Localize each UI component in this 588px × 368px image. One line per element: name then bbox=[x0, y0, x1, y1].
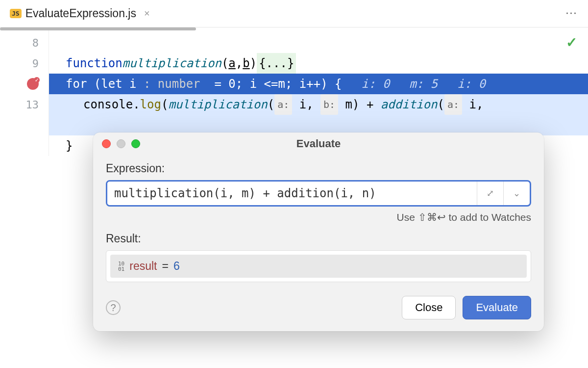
result-value: 6 bbox=[173, 260, 180, 273]
expand-icon[interactable]: ⤢ bbox=[477, 182, 503, 205]
param-hint: a: bbox=[444, 94, 462, 115]
execution-line[interactable]: for (let i : number = 0; i <=m; i++) {i:… bbox=[49, 74, 588, 94]
inline-debug-value: m: 5 bbox=[409, 74, 438, 94]
result-row[interactable]: 10 01 result = 6 bbox=[110, 255, 527, 278]
code-line[interactable]: function multiplication(a,b) {...} bbox=[49, 53, 588, 74]
code-line[interactable] bbox=[49, 32, 588, 53]
file-tab[interactable]: JS EvaluateExpression.js × bbox=[6, 0, 154, 27]
window-controls bbox=[93, 139, 140, 148]
tab-bar: JS EvaluateExpression.js × ⋮ bbox=[0, 0, 588, 27]
gutter-line[interactable]: ❯ 9 bbox=[0, 53, 39, 74]
param-hint: a: bbox=[274, 94, 292, 115]
expression-input-row: ⤢ ⌄ bbox=[106, 180, 531, 207]
dialog-titlebar[interactable]: Evaluate bbox=[93, 132, 544, 155]
evaluate-dialog: Evaluate Expression: ⤢ ⌄ Use ⇧⌘↩ to add … bbox=[93, 132, 544, 331]
close-tab-icon[interactable]: × bbox=[144, 8, 150, 19]
window-minimize-icon[interactable] bbox=[117, 139, 125, 148]
result-box: 10 01 result = 6 bbox=[106, 250, 531, 282]
result-label: Result: bbox=[106, 232, 531, 245]
param-hint: b: bbox=[320, 94, 338, 115]
breakpoint-marker[interactable] bbox=[0, 74, 39, 94]
close-button[interactable]: Close bbox=[402, 296, 456, 319]
inline-debug-value: i: 0 bbox=[457, 74, 486, 94]
expression-input[interactable] bbox=[107, 182, 477, 205]
code-line[interactable]: console.log(multiplication( a: i, b: m) … bbox=[49, 94, 588, 115]
params: (a,b) bbox=[221, 53, 257, 74]
breakpoint-icon[interactable] bbox=[27, 78, 39, 90]
folded-region[interactable]: {...} bbox=[257, 53, 296, 74]
expression-label: Expression: bbox=[106, 162, 531, 175]
result-name: result bbox=[129, 260, 157, 273]
inline-debug-value: i: 0 bbox=[362, 74, 390, 94]
gutter: 8 ❯ 9 13 bbox=[0, 27, 49, 156]
more-menu-icon[interactable]: ⋮ bbox=[564, 7, 578, 20]
evaluate-button[interactable]: Evaluate bbox=[463, 296, 531, 319]
dialog-title: Evaluate bbox=[93, 137, 544, 150]
js-file-icon: JS bbox=[10, 9, 22, 18]
history-dropdown-icon[interactable]: ⌄ bbox=[503, 182, 530, 205]
window-close-icon[interactable] bbox=[102, 139, 111, 148]
gutter-line[interactable]: 8 bbox=[0, 32, 39, 53]
fold-icon[interactable]: ❯ bbox=[0, 59, 1, 68]
tab-filename: EvaluateExpression.js bbox=[25, 7, 136, 20]
help-button[interactable]: ? bbox=[106, 300, 121, 315]
gutter-line[interactable]: 13 bbox=[0, 94, 39, 115]
window-zoom-icon[interactable] bbox=[131, 139, 140, 148]
shortcut-hint: Use ⇧⌘↩ to add to Watches bbox=[106, 211, 531, 223]
primitive-value-icon: 10 01 bbox=[118, 261, 124, 272]
